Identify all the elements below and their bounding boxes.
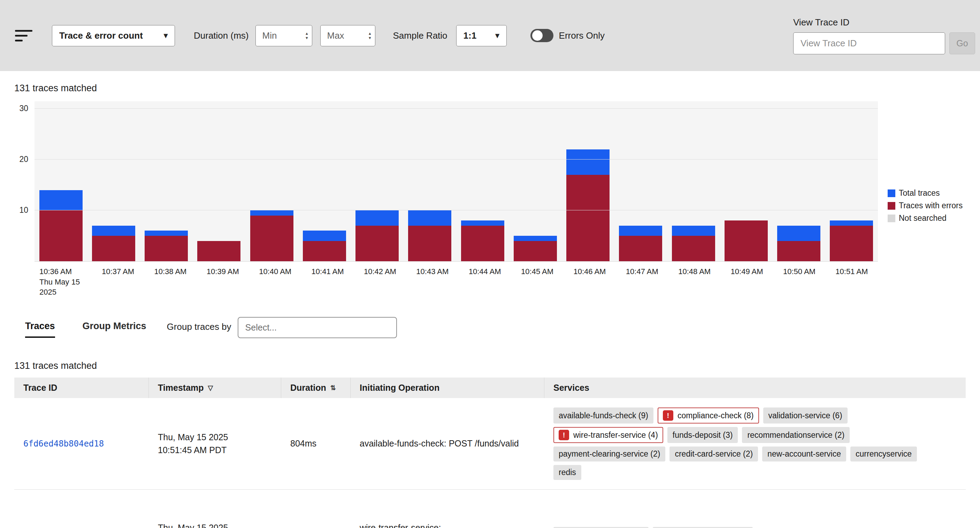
chart-bar[interactable] — [140, 101, 193, 261]
chart-bar[interactable] — [562, 101, 614, 261]
go-button[interactable]: Go — [949, 32, 975, 54]
chart-legend: Total tracesTraces with errorsNot search… — [888, 189, 963, 297]
sample-ratio-value: 1:1 — [463, 30, 477, 41]
sample-ratio-dropdown[interactable]: 1:1 ▾ — [456, 25, 507, 46]
chart-bar[interactable] — [667, 101, 720, 261]
service-chip[interactable]: new-account-service — [762, 447, 846, 461]
x-axis-label: 10:40 AM — [249, 266, 301, 297]
x-axis-label: 10:36 AMThu May 152025 — [35, 266, 92, 297]
gridline — [35, 210, 878, 210]
initiating-operation: available-funds-check: POST /funds/valid — [351, 430, 544, 457]
duration-min-stepper: ▴ ▾ — [255, 25, 312, 46]
group-traces-by-select[interactable]: Select... — [238, 317, 397, 338]
duration-label: Duration (ms) — [194, 30, 248, 41]
service-chip[interactable]: credit-card-service (2) — [670, 447, 758, 461]
errors-only-label: Errors Only — [559, 30, 605, 41]
sort-desc-icon: ▽ — [208, 384, 213, 392]
service-chip[interactable]: validation-service (6) — [763, 407, 848, 423]
service-chip[interactable]: available-funds-check (9) — [554, 407, 654, 423]
service-chip[interactable]: funds-deposit (3) — [667, 427, 738, 443]
legend-swatch — [888, 202, 895, 210]
chart-bar[interactable] — [35, 101, 87, 261]
gridline — [35, 108, 878, 109]
toggle-knob — [532, 30, 542, 41]
errors-only-toggle[interactable] — [530, 29, 554, 42]
chart-bar[interactable] — [773, 101, 825, 261]
max-spinner-buttons[interactable]: ▴ ▾ — [369, 31, 375, 40]
duration-max-input[interactable] — [321, 30, 368, 41]
trace-count-chart: 102030 10:36 AMThu May 15202510:37 AM10:… — [0, 101, 980, 297]
chevron-down-icon: ▾ — [496, 31, 500, 40]
traces-matched-count: 131 traces matched — [14, 83, 980, 94]
filter-menu-icon[interactable] — [15, 30, 32, 41]
service-chip[interactable]: recommendationservice (2) — [742, 427, 850, 443]
initiating-operation: wire-transfer-service: grpc.finservices.… — [351, 514, 544, 528]
x-axis-label: 10:41 AM — [301, 266, 354, 297]
trace-id-link[interactable]: 6fd6ed48b804ed18 — [23, 439, 104, 449]
x-axis-label: 10:38 AM — [144, 266, 197, 297]
chart-bar[interactable] — [87, 101, 140, 261]
gridline — [35, 159, 878, 160]
view-trace-group: View Trace ID Go — [793, 17, 975, 54]
chart-bar[interactable] — [825, 101, 878, 261]
chart-bar[interactable] — [614, 101, 667, 261]
spinner-down-icon: ▾ — [305, 35, 308, 40]
x-axis-label: 10:47 AM — [616, 266, 668, 297]
service-chip[interactable]: redis — [554, 465, 581, 480]
tabs-row: Traces Group Metrics Group traces by Sel… — [25, 317, 980, 342]
chart-bar[interactable] — [245, 101, 298, 261]
view-trace-input[interactable] — [793, 32, 945, 54]
x-axis-label: 10:50 AM — [773, 266, 825, 297]
x-axis-label: 10:44 AM — [459, 266, 511, 297]
services-cell: available-funds-check (9)!compliance-che… — [544, 398, 966, 489]
chart-bar[interactable] — [720, 101, 772, 261]
chart-bar[interactable] — [351, 101, 404, 261]
min-spinner-buttons[interactable]: ▴ ▾ — [305, 31, 312, 40]
group-traces-by-label: Group traces by — [167, 322, 231, 337]
top-toolbar: Trace & error count ▾ Duration (ms) ▴ ▾ … — [0, 0, 980, 71]
duration-min-input[interactable] — [256, 30, 305, 41]
chart-bar[interactable] — [456, 101, 509, 261]
chart-bar[interactable] — [404, 101, 456, 261]
group-by-placeholder: Select... — [245, 322, 277, 333]
duration-max-stepper: ▴ ▾ — [320, 25, 375, 46]
tab-traces[interactable]: Traces — [25, 321, 55, 338]
col-header-trace-id[interactable]: Trace ID — [14, 377, 149, 398]
trace-timestamp: Thu, May 15 202510:51:45 AM PDT — [149, 424, 281, 464]
service-chip[interactable]: !compliance-check (8) — [658, 407, 759, 423]
chart-bar[interactable] — [509, 101, 562, 261]
spinner-down-icon: ▾ — [369, 35, 371, 40]
x-axis-label: 10:42 AM — [354, 266, 406, 297]
legend-swatch — [888, 189, 895, 197]
tab-group-metrics[interactable]: Group Metrics — [83, 321, 146, 338]
col-header-duration[interactable]: Duration⇅ — [281, 377, 351, 398]
service-chip[interactable]: currencyservice — [850, 447, 917, 461]
metric-type-dropdown[interactable]: Trace & error count ▾ — [52, 25, 175, 46]
chart-bar[interactable] — [193, 101, 245, 261]
y-axis-label: 10 — [5, 206, 28, 215]
legend-item: Total traces — [888, 189, 963, 198]
error-icon: ! — [663, 410, 673, 421]
x-axis-label: 10:39 AM — [197, 266, 249, 297]
chart-plot: 102030 — [35, 101, 878, 262]
error-icon: ! — [558, 430, 569, 440]
trace-row: 6fd6ed48b804ed18Thu, May 15 202510:51:45… — [14, 398, 966, 490]
service-chip[interactable]: !wire-transfer-service (4) — [554, 427, 663, 443]
service-chip[interactable]: payment-clearing-service (2) — [554, 447, 665, 461]
y-axis-label: 30 — [5, 104, 28, 113]
trace-row: 35756122ed8a4ad8998be28Thu, May 15 20251… — [14, 490, 966, 528]
sort-both-icon: ⇅ — [330, 384, 336, 392]
traces-matched-count-table: 131 traces matched — [14, 360, 980, 371]
traces-table-header: Trace ID Timestamp▽ Duration⇅ Initiating… — [14, 377, 966, 398]
legend-item: Not searched — [888, 214, 963, 223]
col-header-timestamp[interactable]: Timestamp▽ — [149, 377, 281, 398]
trace-duration: 804ms — [281, 430, 351, 457]
chart-bar[interactable] — [298, 101, 351, 261]
services-cell: wire-transfer-service (2)payment-clearin… — [544, 518, 966, 528]
col-header-operation[interactable]: Initiating Operation — [351, 377, 544, 398]
x-axis-label: 10:46 AM — [563, 266, 616, 297]
x-axis-label: 10:43 AM — [406, 266, 459, 297]
traces-table-body: 6fd6ed48b804ed18Thu, May 15 202510:51:45… — [14, 398, 966, 528]
metric-type-value: Trace & error count — [59, 30, 143, 41]
x-axis-label: 10:49 AM — [721, 266, 773, 297]
